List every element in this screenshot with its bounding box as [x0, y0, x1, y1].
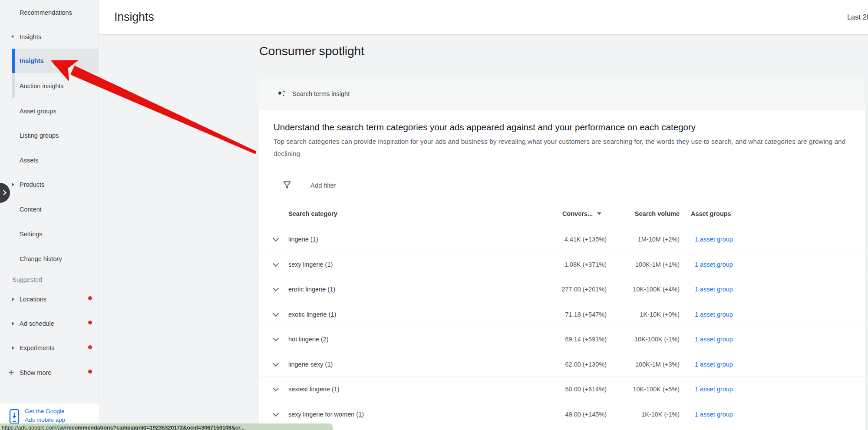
- table-row[interactable]: hot lingerie (2) 69.14 (+591%) 10K-100K …: [259, 327, 865, 352]
- expand-row-icon[interactable]: [273, 311, 279, 317]
- status-bar-link-preview: https://ads.google.com/aw/recommendation…: [0, 423, 333, 430]
- app-promo-line2: Ads mobile app: [25, 416, 65, 424]
- sidebar-item-label: Products: [20, 181, 44, 188]
- sidebar-item-experiments[interactable]: Experiments: [0, 335, 99, 360]
- sidebar-item-recommendations[interactable]: Recommendations: [0, 0, 99, 25]
- asset-group-link[interactable]: 1 asset group: [695, 311, 733, 318]
- sidebar-item-label: Recommendations: [20, 9, 72, 16]
- chevron-right-icon: [12, 183, 14, 186]
- sidebar-item-settings[interactable]: Settings: [0, 222, 99, 246]
- search-category-cell: lingerie (1): [288, 236, 318, 243]
- table-header-row: Search category Convers... Search volume…: [259, 206, 865, 223]
- expand-row-icon[interactable]: [273, 361, 279, 367]
- search-category-cell: erotic lingerie (1): [288, 286, 335, 293]
- expand-row-icon[interactable]: [273, 261, 279, 267]
- table-row[interactable]: sexy lingerie for women (1) 49.00 (+145%…: [259, 402, 865, 427]
- sidebar-item-insights-parent[interactable]: Insights: [0, 24, 99, 49]
- notification-dot: [88, 345, 92, 349]
- conversions-cell: 71.18 (+547%): [498, 311, 607, 318]
- column-header-search-volume[interactable]: Search volume: [593, 210, 680, 217]
- column-header-asset-groups[interactable]: Asset groups: [691, 210, 731, 217]
- sidebar-item-auction-insights[interactable]: Auction insights: [0, 73, 99, 98]
- plus-icon: +: [8, 367, 14, 377]
- column-header-conversions[interactable]: Convers...: [515, 210, 601, 217]
- column-header-search-category[interactable]: Search category: [288, 210, 337, 217]
- search-category-table: lingerie (1) 4.41K (+135%) 1M-10M (+2%) …: [259, 227, 865, 427]
- sidebar-item-change-history[interactable]: Change history: [0, 246, 99, 271]
- ai-sparkle-icon: [276, 89, 287, 99]
- expand-row-icon[interactable]: [273, 410, 279, 417]
- notification-dot: [88, 296, 92, 300]
- table-row[interactable]: exotic lingerie (1) 71.18 (+547%) 1K-10K…: [259, 302, 865, 327]
- asset-group-link[interactable]: 1 asset group: [695, 411, 733, 418]
- sidebar-item-listing-groups[interactable]: Listing groups: [0, 123, 99, 148]
- sidebar-item-label: Change history: [20, 255, 62, 262]
- sidebar-item-insights-selected[interactable]: Insights: [15, 49, 99, 73]
- add-filter-button[interactable]: Add filter: [259, 178, 865, 194]
- chevron-right-icon: [1, 190, 7, 195]
- sidebar-item-label: Locations: [20, 296, 46, 303]
- expand-row-icon[interactable]: [273, 385, 279, 391]
- search-category-cell: exotic lingerie (1): [288, 311, 336, 318]
- asset-group-link[interactable]: 1 asset group: [695, 361, 733, 368]
- search-volume-cell: 1K-10K (+0%): [614, 311, 680, 318]
- sidebar-item-content[interactable]: Content: [0, 197, 99, 222]
- conversions-cell: 1.08K (+371%): [498, 261, 607, 268]
- sidebar-item-ad-schedule[interactable]: Ad schedule: [0, 311, 99, 336]
- asset-group-link[interactable]: 1 asset group: [695, 336, 733, 343]
- sidebar-item-label: Experiments: [20, 344, 55, 351]
- status-url-emphasis: recommendations?campaignId=19235320172&o…: [66, 425, 245, 430]
- table-row[interactable]: sexiest lingerie (1) 50.00 (+614%) 10K-1…: [259, 377, 865, 402]
- search-volume-cell: 100K-1M (+3%): [614, 361, 680, 368]
- expand-row-icon[interactable]: [273, 335, 279, 341]
- sidebar-item-label: Show more: [20, 369, 51, 376]
- conversions-cell: 277.00 (+201%): [498, 286, 607, 293]
- table-row[interactable]: lingerie (1) 4.41K (+135%) 1M-10M (+2%) …: [259, 227, 865, 252]
- table-row[interactable]: erotic lingerie (1) 277.00 (+201%) 10K-1…: [259, 277, 865, 302]
- table-row[interactable]: sexy lingerie (1) 1.08K (+371%) 100K-1M …: [259, 252, 865, 277]
- sidebar-item-label: Content: [20, 206, 42, 213]
- search-category-cell: lingerie sexy (1): [288, 361, 333, 368]
- expand-row-icon[interactable]: [273, 235, 279, 241]
- sidebar-item-asset-groups[interactable]: Asset groups: [0, 99, 99, 123]
- table-row[interactable]: lingerie sexy (1) 62.00 (+130%) 100K-1M …: [259, 352, 865, 377]
- notification-dot: [88, 370, 92, 374]
- asset-group-link[interactable]: 1 asset group: [695, 386, 733, 393]
- sidebar-item-products[interactable]: Products: [0, 172, 99, 197]
- suggested-section-label: Suggested: [12, 276, 42, 283]
- sidebar-nav: Recommendations Insights Insights Auctio…: [0, 0, 99, 430]
- search-volume-cell: 10K-100K (-1%): [614, 336, 680, 343]
- sidebar-item-show-more[interactable]: + Show more: [0, 360, 99, 385]
- filter-funnel-icon: [282, 180, 292, 190]
- page-header: Insights Last 28: [99, 0, 868, 35]
- expand-row-icon[interactable]: [273, 285, 279, 291]
- date-range-selector[interactable]: Last 28: [847, 13, 868, 21]
- column-header-conversions-label: Convers...: [562, 210, 593, 217]
- sidebar-item-locations[interactable]: Locations: [0, 287, 99, 311]
- sidebar-item-label: Assets: [20, 157, 39, 164]
- asset-group-link[interactable]: 1 asset group: [695, 286, 733, 293]
- get-mobile-app-link[interactable]: Get the Google Ads mobile app: [25, 407, 65, 424]
- sidebar-item-label: Asset groups: [20, 108, 56, 115]
- search-category-cell: sexiest lingerie (1): [288, 386, 340, 393]
- search-volume-cell: 10K-100K (+4%): [614, 286, 680, 293]
- asset-group-link[interactable]: 1 asset group: [695, 261, 733, 268]
- sidebar-item-label: Auction insights: [20, 83, 64, 89]
- insight-subtitle: Top search categories can provide inspir…: [274, 136, 853, 160]
- conversions-cell: 62.00 (+130%): [498, 361, 607, 368]
- app-promo-line1: Get the Google: [25, 407, 65, 416]
- sidebar-item-label: Insights: [20, 57, 44, 64]
- chevron-right-icon: [12, 298, 14, 301]
- section-title: Consumer spotlight: [259, 44, 364, 58]
- search-category-cell: hot lingerie (2): [288, 336, 329, 343]
- sidebar-item-label: Listing groups: [20, 132, 59, 139]
- conversions-cell: 69.14 (+591%): [498, 336, 607, 343]
- chevron-down-icon: [11, 36, 14, 38]
- search-volume-cell: 100K-1M (+1%): [614, 261, 680, 268]
- sidebar-item-label: Settings: [20, 231, 42, 238]
- insight-title: Understand the search term categories yo…: [274, 122, 838, 132]
- search-category-cell: sexy lingerie for women (1): [288, 411, 364, 418]
- sidebar-item-assets[interactable]: Assets: [0, 148, 99, 172]
- status-url-prefix: https://ads.google.com/aw/: [2, 425, 66, 430]
- asset-group-link[interactable]: 1 asset group: [695, 236, 733, 243]
